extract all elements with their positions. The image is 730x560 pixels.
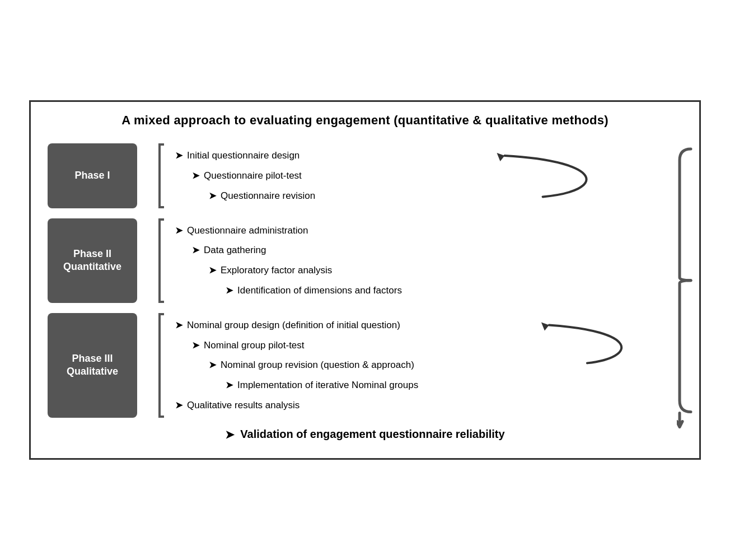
item-3-1: ➤Nominal group design (definition of ini… — [175, 319, 682, 332]
phase-label-1: Phase I — [48, 143, 137, 208]
item-1-3: ➤Questionnaire revision — [175, 189, 682, 203]
bracket-2 — [148, 218, 164, 303]
item-text-3-1: Nominal group design (definition of init… — [187, 319, 400, 332]
validation-arrow: ➤ — [225, 428, 235, 441]
bracket-area-3: ➤Nominal group design (definition of ini… — [148, 313, 682, 418]
items-list-1: ➤Initial questionnaire design➤Questionna… — [164, 143, 682, 208]
item-text-1-2: Questionnaire pilot-test — [204, 169, 302, 183]
phase-label-3: Phase IIIQualitative — [48, 313, 137, 418]
item-text-1-1: Initial questionnaire design — [187, 149, 300, 162]
phase-label-2: Phase IIQuantitative — [48, 218, 137, 303]
item-arrow-1-3: ➤ — [209, 190, 216, 202]
item-text-3-4: Implementation of iterative Nominal grou… — [237, 379, 418, 392]
items-list-2: ➤Questionnaire administration➤Data gathe… — [164, 218, 682, 303]
phases-wrapper: Phase I➤Initial questionnaire design➤Que… — [48, 143, 682, 441]
item-arrow-3-3: ➤ — [209, 359, 216, 371]
item-text-2-1: Questionnaire administration — [187, 224, 308, 237]
item-text-2-4: Identification of dimensions and factors — [237, 284, 402, 297]
item-2-4: ➤Identification of dimensions and factor… — [175, 284, 682, 297]
phase-row-3: Phase IIIQualitative➤Nominal group desig… — [48, 313, 682, 418]
item-1-2: ➤Questionnaire pilot-test — [175, 169, 682, 183]
item-arrow-3-2: ➤ — [192, 339, 199, 352]
item-arrow-1-1: ➤ — [175, 150, 182, 162]
main-container: A mixed approach to evaluating engagemen… — [29, 100, 701, 460]
main-title: A mixed approach to evaluating engagemen… — [48, 113, 682, 128]
bracket-3 — [148, 313, 164, 418]
item-3-3: ➤Nominal group revision (question & appr… — [175, 358, 682, 372]
item-text-1-3: Questionnaire revision — [221, 189, 315, 203]
item-text-3-3: Nominal group revision (question & appro… — [221, 358, 414, 372]
phase-row-2: Phase IIQuantitative➤Questionnaire admin… — [48, 218, 682, 303]
item-text-3-5: Qualitative results analysis — [187, 399, 300, 412]
item-3-4: ➤Implementation of iterative Nominal gro… — [175, 379, 682, 392]
item-arrow-3-4: ➤ — [226, 379, 233, 391]
bracket-1 — [148, 143, 164, 208]
item-1-1: ➤Initial questionnaire design — [175, 149, 682, 162]
item-arrow-3-1: ➤ — [175, 319, 182, 332]
bracket-area-1: ➤Initial questionnaire design➤Questionna… — [148, 143, 682, 208]
item-2-3: ➤Exploratory factor analysis — [175, 264, 682, 277]
item-text-2-2: Data gathering — [204, 244, 266, 257]
item-2-2: ➤Data gathering — [175, 244, 682, 257]
item-arrow-3-5: ➤ — [175, 399, 182, 412]
bracket-area-2: ➤Questionnaire administration➤Data gathe… — [148, 218, 682, 303]
items-list-3: ➤Nominal group design (definition of ini… — [164, 313, 682, 418]
item-arrow-2-1: ➤ — [175, 225, 182, 237]
validation-row: ➤ Validation of engagement questionnaire… — [48, 428, 682, 441]
item-arrow-2-3: ➤ — [209, 264, 216, 277]
item-3-2: ➤Nominal group pilot-test — [175, 339, 682, 352]
item-2-1: ➤Questionnaire administration — [175, 224, 682, 237]
phases-container: Phase I➤Initial questionnaire design➤Que… — [48, 143, 682, 418]
item-text-3-2: Nominal group pilot-test — [204, 339, 305, 352]
item-3-5: ➤Qualitative results analysis — [175, 399, 682, 412]
item-text-2-3: Exploratory factor analysis — [221, 264, 332, 277]
phase-row-1: Phase I➤Initial questionnaire design➤Que… — [48, 143, 682, 208]
item-arrow-1-2: ➤ — [192, 170, 199, 182]
validation-text: Validation of engagement questionnaire r… — [240, 428, 504, 441]
item-arrow-2-2: ➤ — [192, 244, 199, 256]
item-arrow-2-4: ➤ — [226, 284, 233, 297]
